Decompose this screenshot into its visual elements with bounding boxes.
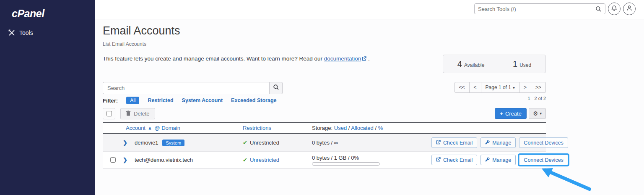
gear-icon: ⚙ [533, 110, 538, 117]
connect-devices-button[interactable]: Connect Devices [519, 137, 568, 148]
external-link-icon [436, 157, 441, 163]
page: cPanel Tools [0, 0, 644, 195]
notifications-button[interactable] [608, 3, 621, 15]
filter-label: Filter: [103, 98, 118, 104]
create-label: Create [505, 111, 522, 117]
create-button[interactable]: + Create [495, 108, 527, 119]
email-accounts-table: Account ∧ @ Domain Restrictions Storage:… [103, 122, 546, 169]
sort-percent-link[interactable]: % [378, 125, 383, 131]
user-icon [626, 5, 632, 13]
sort-account-link[interactable]: Account [126, 125, 145, 131]
account-cell: tech@demo.vietnix.tech [135, 157, 243, 163]
cpanel-logo: cPanel [12, 8, 44, 20]
table-row: ❯ tech@demo.vietnix.tech ✔ Unrestricted … [103, 152, 546, 169]
storage-progress-bar [312, 162, 380, 166]
storage-cell: 0 bytes / 1 GB / 0% [312, 155, 431, 166]
sidebar-item-label: Tools [19, 29, 33, 36]
expand-row-chevron-icon[interactable]: ❯ [123, 157, 135, 163]
check-email-button[interactable]: Check Email [431, 137, 477, 148]
restrictions-cell: ✔ Unrestricted [243, 140, 312, 146]
row-checkbox-cell [103, 157, 123, 163]
storage-sep: / [375, 125, 377, 131]
page-subtitle: List Email Accounts [103, 41, 146, 47]
delete-button[interactable]: Delete [120, 108, 155, 119]
usage-stats-box: 4 Available 1 Used [443, 55, 546, 73]
search-tools-box [474, 3, 605, 14]
external-link-icon [436, 140, 441, 146]
caret-down-icon: ▾ [513, 85, 515, 90]
pagination: << < Page 1 of 1▾ > >> [454, 82, 546, 93]
storage-sep: / [348, 125, 350, 131]
available-value: 4 [457, 59, 462, 69]
sidebar-item-tools[interactable]: Tools [8, 29, 33, 36]
filter-bar: Filter: All Restricted System Account Ex… [103, 97, 276, 104]
row-actions: Check Email Manage Connect Devices [431, 137, 570, 148]
column-restrictions: Restrictions [243, 125, 312, 131]
account-name: tech@demo.vietnix.tech [135, 157, 193, 163]
settings-dropdown-button[interactable]: ⚙ ▾ [529, 108, 546, 119]
used-label: Used [519, 62, 531, 68]
description-text: This feature lets you create and manage … [103, 55, 324, 62]
account-search-button[interactable] [269, 82, 283, 94]
search-tools-input[interactable] [475, 6, 594, 12]
topbar [95, 0, 644, 19]
account-search [103, 82, 283, 94]
storage-value: 0 bytes / ∞ [312, 140, 338, 146]
manage-button[interactable]: Manage [480, 137, 516, 148]
plus-icon: + [500, 111, 503, 117]
check-icon: ✔ [243, 157, 247, 163]
table-header: Account ∧ @ Domain Restrictions Storage:… [103, 122, 546, 134]
filter-restricted[interactable]: Restricted [148, 98, 173, 103]
sort-domain-link[interactable]: Domain [161, 125, 180, 131]
column-account-domain: Account ∧ @ Domain [103, 125, 243, 131]
account-search-input[interactable] [103, 82, 269, 94]
restrictions-header-link[interactable]: Restrictions [243, 125, 271, 131]
caret-down-icon: ▾ [540, 111, 542, 116]
expand-row-chevron-icon[interactable]: ❯ [123, 140, 135, 146]
filter-system-account[interactable]: System Account [182, 98, 223, 103]
sort-up-icon: ∧ [148, 126, 152, 131]
user-menu-button[interactable] [623, 3, 636, 15]
available-label: Available [464, 62, 484, 68]
page-title: Email Accounts [103, 24, 180, 37]
filter-exceeded-storage[interactable]: Exceeded Storage [231, 98, 276, 103]
manage-button[interactable]: Manage [480, 155, 516, 165]
search-icon [273, 84, 279, 92]
at-separator: @ [154, 125, 160, 131]
sort-used-link[interactable]: Used [334, 125, 347, 131]
restriction-value: Unrestricted [250, 140, 279, 146]
pagination-last-button[interactable]: >> [531, 82, 546, 93]
trash-icon [126, 111, 131, 117]
create-actions: + Create ⚙ ▾ [495, 108, 546, 119]
system-badge: System [162, 140, 184, 146]
row-checkbox[interactable] [110, 157, 116, 163]
account-name: demovie1 [135, 140, 158, 146]
used-value: 1 [513, 59, 517, 69]
wrench-icon [485, 140, 490, 146]
check-email-button[interactable]: Check Email [431, 155, 477, 165]
wrench-icon [485, 157, 490, 163]
documentation-link[interactable]: documentation [324, 55, 361, 62]
description-text-end: . [366, 55, 370, 62]
pagination-page-select[interactable]: Page 1 of 1▾ [481, 82, 519, 93]
storage-cell: 0 bytes / ∞ [312, 140, 431, 146]
external-link-icon [362, 56, 366, 62]
connect-devices-button-highlighted[interactable]: Connect Devices [519, 155, 568, 165]
restrictions-cell: ✔ Unrestricted [243, 157, 312, 163]
filter-all[interactable]: All [126, 97, 139, 104]
available-stat: 4 Available [457, 59, 485, 69]
bell-icon [611, 5, 617, 13]
restriction-link[interactable]: Unrestricted [250, 157, 279, 163]
search-icon[interactable] [594, 6, 605, 12]
sidebar: cPanel Tools [0, 0, 95, 195]
pagination-prev-button[interactable]: < [469, 82, 481, 93]
pagination-first-button[interactable]: << [454, 82, 470, 93]
pagination-next-button[interactable]: > [519, 82, 531, 93]
sort-allocated-link[interactable]: Allocated [351, 125, 373, 131]
bulk-actions: Delete [103, 108, 155, 119]
pagination-range: 1 - 2 of 2 [528, 96, 546, 101]
select-all-checkbox[interactable] [106, 111, 112, 116]
row-actions: Check Email Manage Connect Devices [431, 155, 570, 165]
feature-description: This feature lets you create and manage … [103, 55, 370, 62]
column-storage: Storage: Used / Allocated / % [312, 125, 431, 131]
